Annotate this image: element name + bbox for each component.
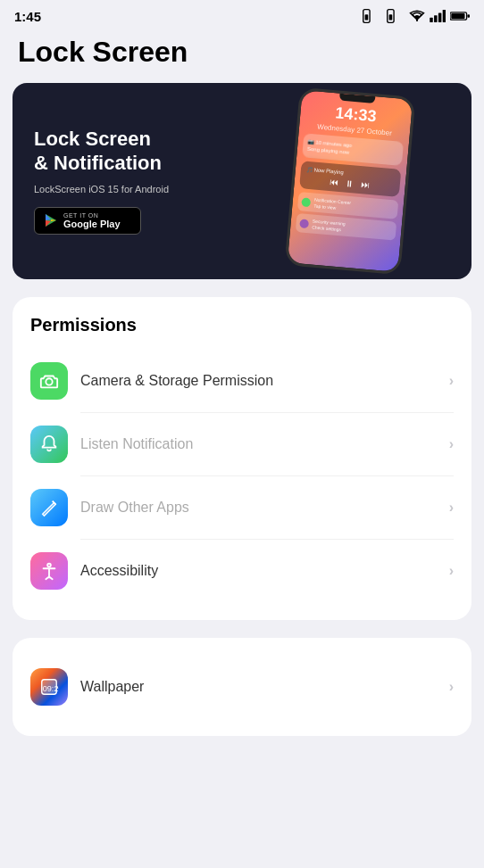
page-title: Lock Screen bbox=[18, 36, 466, 69]
phone-screen: 14:33 Wednesday 27 October 📷 10 minutes … bbox=[287, 90, 412, 272]
menu-item-wallpaper[interactable]: 09:20 Wallpaper › bbox=[13, 656, 471, 718]
next-btn: ⏭ bbox=[361, 179, 371, 190]
notif-dot-purple bbox=[299, 219, 309, 228]
sim2-icon bbox=[385, 6, 405, 26]
accessibility-icon bbox=[30, 552, 68, 590]
settings-card: 09:20 Wallpaper › bbox=[13, 638, 471, 736]
phone-notification-card: 📷 10 minutes agoSong playing now bbox=[302, 133, 404, 165]
banner-subtitle: LockScreen iOS 15 for Android bbox=[34, 184, 221, 194]
camera-storage-chevron: › bbox=[449, 373, 454, 389]
wallpaper-icon: 09:20 bbox=[30, 668, 68, 706]
svg-rect-11 bbox=[467, 14, 470, 17]
banner-content: Lock Screen& Notification LockScreen iOS… bbox=[13, 106, 242, 256]
listen-notification-chevron: › bbox=[449, 436, 454, 452]
menu-item-camera-storage[interactable]: Camera & Storage Permission › bbox=[13, 350, 471, 412]
battery-icon bbox=[450, 10, 470, 22]
notif-text-1: Notification CenterTap to view bbox=[313, 197, 351, 212]
draw-other-apps-chevron: › bbox=[449, 500, 454, 516]
draw-other-apps-icon bbox=[30, 489, 68, 526]
google-play-text: GET IT ON Google Play bbox=[63, 212, 121, 229]
svg-rect-1 bbox=[365, 14, 369, 20]
accessibility-chevron: › bbox=[449, 563, 454, 579]
signal-icon bbox=[430, 10, 446, 22]
google-play-icon bbox=[44, 213, 58, 227]
listen-notification-label: Listen Notification bbox=[80, 436, 449, 452]
menu-item-accessibility[interactable]: Accessibility › bbox=[13, 540, 471, 602]
notif-text-2: Security warningCheck settings bbox=[312, 219, 346, 233]
menu-item-draw-other-apps[interactable]: Draw Other Apps › bbox=[13, 476, 471, 539]
svg-rect-3 bbox=[389, 14, 393, 20]
wallpaper-label: Wallpaper bbox=[80, 679, 449, 695]
google-play-get-it-on: GET IT ON bbox=[63, 212, 121, 219]
status-icons bbox=[361, 6, 470, 26]
banner-phone-area: 14:33 Wednesday 27 October 📷 10 minutes … bbox=[228, 83, 471, 279]
notif-dot-green bbox=[301, 197, 311, 207]
listen-notification-icon bbox=[30, 426, 68, 463]
permissions-title: Permissions bbox=[13, 315, 471, 350]
phone-card-text: 📷 10 minutes agoSong playing now bbox=[306, 138, 398, 161]
svg-point-16 bbox=[46, 378, 52, 384]
banner: Lock Screen& Notification LockScreen iOS… bbox=[13, 83, 471, 279]
svg-rect-10 bbox=[451, 13, 464, 19]
svg-rect-7 bbox=[438, 13, 442, 23]
wifi-icon bbox=[409, 10, 425, 22]
status-time: 1:45 bbox=[14, 9, 41, 24]
svg-point-4 bbox=[416, 20, 418, 21]
google-play-badge[interactable]: GET IT ON Google Play bbox=[34, 207, 141, 235]
status-bar: 1:45 bbox=[0, 0, 484, 29]
phone-music-card: 🎵 Now Playing ⏮ ⏸ ⏭ bbox=[299, 161, 401, 197]
prev-btn: ⏮ bbox=[329, 177, 338, 187]
svg-rect-6 bbox=[434, 15, 438, 22]
menu-item-listen-notification[interactable]: Listen Notification › bbox=[13, 413, 471, 475]
banner-title: Lock Screen& Notification bbox=[34, 128, 221, 175]
pause-btn: ⏸ bbox=[345, 178, 355, 189]
camera-storage-icon bbox=[30, 362, 68, 400]
sim1-icon bbox=[361, 6, 380, 26]
svg-rect-5 bbox=[430, 18, 433, 22]
page-header: Lock Screen bbox=[0, 29, 484, 83]
svg-point-17 bbox=[47, 564, 51, 567]
camera-storage-label: Camera & Storage Permission bbox=[80, 373, 449, 389]
permissions-card: Permissions Camera & Storage Permission … bbox=[13, 297, 471, 620]
wallpaper-chevron: › bbox=[449, 679, 454, 695]
phone-mockup: 14:33 Wednesday 27 October 📷 10 minutes … bbox=[284, 87, 415, 276]
draw-other-apps-label: Draw Other Apps bbox=[80, 500, 449, 516]
svg-rect-8 bbox=[443, 10, 446, 22]
accessibility-label: Accessibility bbox=[80, 563, 449, 579]
google-play-name: Google Play bbox=[63, 219, 121, 229]
svg-text:09:20: 09:20 bbox=[43, 684, 59, 693]
